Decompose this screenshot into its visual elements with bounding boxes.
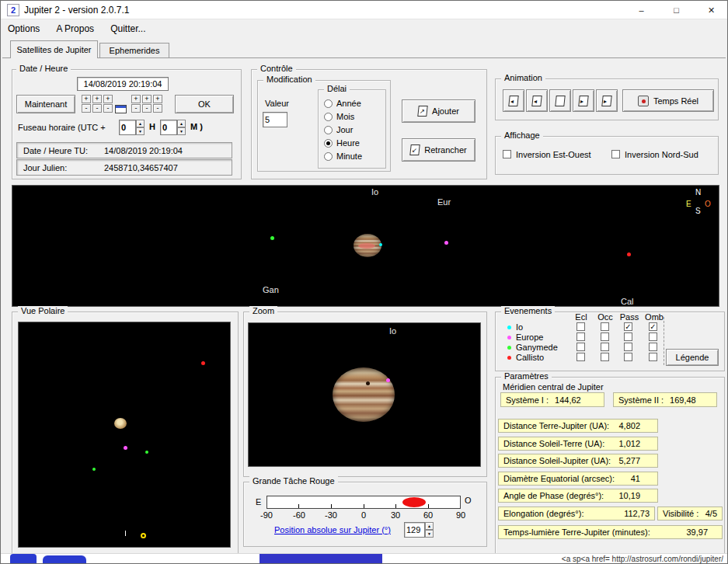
spin-down-button[interactable]: - xyxy=(131,104,141,113)
ganymede-pass-checkbox[interactable] xyxy=(624,343,632,351)
date-input[interactable] xyxy=(77,77,169,91)
retrancher-button[interactable]: ↙ Retrancher xyxy=(402,138,475,162)
page-icon xyxy=(555,96,565,106)
anim-rewind-button[interactable]: ◂ xyxy=(503,89,524,112)
spin-down-button[interactable]: - xyxy=(82,104,91,113)
callisto-pass-checkbox[interactable] xyxy=(624,353,632,361)
temps-lumiere-label: Temps-lumière Terre-Jupiter (minutes): xyxy=(503,527,650,537)
io-omb-checkbox[interactable]: ✓ xyxy=(649,322,657,331)
io-occ-checkbox[interactable] xyxy=(601,322,609,331)
ganymede-occ-checkbox[interactable] xyxy=(601,343,609,351)
maximize-button[interactable]: □ xyxy=(659,1,694,19)
spin-up-button[interactable]: + xyxy=(131,95,141,103)
spin-up-button[interactable]: + xyxy=(142,95,152,103)
ajouter-button[interactable]: ↗ Ajouter xyxy=(402,99,475,123)
menu-options[interactable]: Options xyxy=(1,20,47,37)
radio-mois[interactable] xyxy=(324,113,333,121)
europe-omb-checkbox[interactable] xyxy=(649,332,657,341)
radio-annee[interactable] xyxy=(324,99,333,108)
elongation-row: Elongation (degrés°): 112,73 xyxy=(498,507,655,520)
gtr-legend: Grande Tâche Rouge xyxy=(249,476,338,486)
col-omb-header: Omb xyxy=(643,312,666,322)
europe-occ-checkbox[interactable] xyxy=(601,332,609,341)
radio-heure[interactable] xyxy=(324,139,333,148)
callisto-omb-checkbox[interactable] xyxy=(649,353,657,361)
page-icon: ▸ xyxy=(578,96,588,106)
spin-down-icon[interactable]: ▼ xyxy=(425,530,434,538)
fuseau-m-input[interactable] xyxy=(160,120,177,135)
evenements-separator xyxy=(664,317,664,365)
close-button[interactable]: ✕ xyxy=(694,1,728,19)
anim-step-back-button[interactable]: ◂ xyxy=(526,89,548,112)
valeur-input[interactable] xyxy=(263,112,287,127)
elongation-label: Elongation (degrés°): xyxy=(503,509,583,518)
ok-button[interactable]: OK xyxy=(175,95,234,113)
spin-down-button[interactable]: - xyxy=(153,104,162,113)
radio-jour[interactable] xyxy=(324,126,333,134)
gtr-position-input[interactable] xyxy=(404,522,425,538)
modification-legend: Modification xyxy=(263,75,315,84)
gtr-tick xyxy=(298,504,299,508)
europe-pass-checkbox[interactable] xyxy=(624,332,632,341)
param-label: Distance Soleil-Jupiter (UA): xyxy=(503,456,611,465)
menu-a-propos[interactable]: A Propos xyxy=(49,20,101,37)
polar-callisto-marker xyxy=(201,361,205,365)
spin-up-button[interactable]: + xyxy=(103,95,113,103)
anim-step-forward-button[interactable]: ▸ xyxy=(573,89,594,112)
spin-down-icon[interactable]: ▼ xyxy=(177,127,186,135)
anim-forward-button[interactable]: ▸ xyxy=(596,89,618,112)
spin-up-icon[interactable]: ▲ xyxy=(425,522,434,530)
ajouter-label: Ajouter xyxy=(432,106,459,116)
spin-up-button[interactable]: + xyxy=(153,95,162,103)
spin-down-button[interactable]: - xyxy=(142,104,152,113)
ganymede-omb-checkbox[interactable] xyxy=(649,343,657,351)
compass-east-label: E xyxy=(686,200,691,208)
calendar-icon[interactable] xyxy=(115,105,127,113)
io-pass-checkbox[interactable]: ✓ xyxy=(624,322,632,331)
minimize-button[interactable]: – xyxy=(624,1,659,19)
systeme1-label: Système I : xyxy=(506,395,549,405)
ganymede-ecl-checkbox[interactable] xyxy=(576,343,585,351)
page-icon: ◂ xyxy=(531,96,542,106)
maintenant-button[interactable]: Maintenant xyxy=(16,95,75,113)
spin-up-button[interactable]: + xyxy=(82,95,91,103)
spin-down-button[interactable]: - xyxy=(103,104,113,113)
spin-down-icon[interactable]: ▼ xyxy=(136,127,145,135)
spin-up-icon[interactable]: ▲ xyxy=(136,120,145,127)
tab-ephemerides[interactable]: Ephemerides xyxy=(99,43,169,57)
menu-quitter[interactable]: Quitter... xyxy=(103,20,152,37)
gtr-tick-label: 90 xyxy=(449,510,472,520)
spin-up-icon[interactable]: ▲ xyxy=(177,120,186,127)
spin-down-button[interactable]: - xyxy=(92,104,102,113)
fuseau-h-input[interactable] xyxy=(119,120,136,135)
page-arrow-icon: ↗ xyxy=(417,106,427,117)
io-marker xyxy=(379,243,382,246)
gtr-tick-label: 30 xyxy=(384,510,407,520)
temps-reel-button[interactable]: Temps Réel xyxy=(622,89,714,112)
inversion-est-ouest-checkbox[interactable] xyxy=(503,150,511,158)
ganymede-marker xyxy=(270,236,274,240)
inversion-nord-sud-checkbox[interactable] xyxy=(611,150,620,158)
param-label: Distance Soleil-Terre (UA): xyxy=(503,439,604,448)
date-tu-panel: Date / Heure TU: 14/08/2019 20:19:04 xyxy=(16,142,232,158)
param-label: Distance Terre-Jupiter (UA): xyxy=(503,421,609,430)
gtr-tick-label: -60 xyxy=(287,510,311,520)
spin-up-button[interactable]: + xyxy=(92,95,102,103)
param-row: Angle de Phase (degrés°): 10,19 xyxy=(498,489,658,503)
anim-stop-button[interactable] xyxy=(549,89,571,112)
fuseau-h-unit: H xyxy=(149,122,155,131)
radio-minute[interactable] xyxy=(324,152,333,161)
main-io-label: Io xyxy=(371,187,378,197)
window-title: Jupiter 2 - version 2.0.7.1 xyxy=(24,5,129,16)
callisto-ecl-checkbox[interactable] xyxy=(576,353,585,361)
gtr-position-link[interactable]: Position absolue sur Jupiter (°) xyxy=(274,525,391,534)
europe-ecl-checkbox[interactable] xyxy=(576,332,585,341)
title-bar[interactable]: 2 Jupiter 2 - version 2.0.7.1 – □ ✕ xyxy=(1,1,727,19)
io-ecl-checkbox[interactable] xyxy=(576,322,585,331)
radio-annee-label: Année xyxy=(336,99,361,108)
callisto-occ-checkbox[interactable] xyxy=(601,353,609,361)
radio-mois-label: Mois xyxy=(336,112,354,121)
tab-satellites[interactable]: Satellites de Jupiter xyxy=(10,40,98,58)
main-eur-label: Eur xyxy=(437,197,451,207)
legende-button[interactable]: Légende xyxy=(666,349,719,366)
